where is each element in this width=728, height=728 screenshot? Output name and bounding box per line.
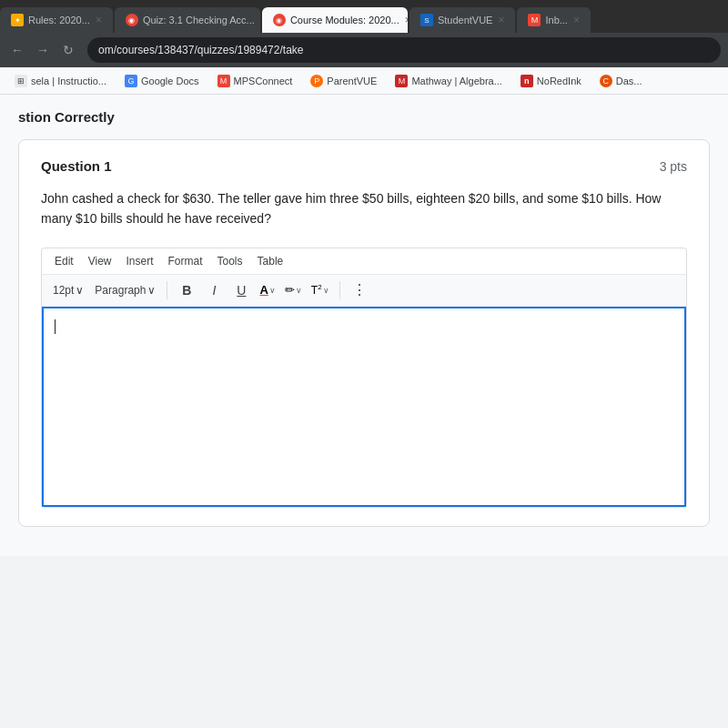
- rich-text-editor: Edit View Insert Format Tools Table 12pt…: [41, 248, 687, 508]
- bookmark-parentvue-icon: P: [310, 75, 323, 87]
- italic-button[interactable]: I: [202, 278, 226, 302]
- bookmark-mathway-icon: M: [395, 75, 408, 87]
- bookmark-mps-label: MPSConnect: [234, 76, 293, 86]
- address-text: om/courses/138437/quizzes/1989472/take: [98, 44, 304, 56]
- font-size-arrow: ∨: [76, 284, 84, 297]
- question-text: John cashed a check for $630. The teller…: [41, 188, 687, 229]
- tab-bar: ✦ Rules: 2020... × ◉ Quiz: 3.1 Checking …: [0, 0, 728, 33]
- bookmark-sela-icon: ⊞: [15, 75, 27, 87]
- superscript-button[interactable]: T2 ∨: [308, 281, 332, 298]
- tab-quiz-label: Quiz: 3.1 Checking Acc...: [143, 15, 255, 25]
- tab-inbox-close[interactable]: ×: [573, 14, 580, 26]
- tab-rules-close[interactable]: ×: [96, 14, 102, 26]
- menu-format[interactable]: Format: [163, 252, 208, 270]
- bookmark-mpsconnect[interactable]: M MPSConnect: [210, 73, 300, 89]
- tab-studentvue-icon: S: [420, 14, 433, 26]
- question-title: Question 1: [41, 158, 112, 174]
- bookmark-nored-label: NoRedInk: [537, 76, 581, 86]
- bold-button[interactable]: B: [175, 278, 198, 302]
- tab-rules[interactable]: ✦ Rules: 2020... ×: [0, 7, 113, 33]
- bookmark-parentvue-label: ParentVUE: [327, 76, 377, 86]
- bookmark-nored-icon: n: [521, 75, 533, 87]
- menu-edit[interactable]: Edit: [49, 252, 79, 270]
- font-color-button[interactable]: A ∨: [257, 281, 278, 298]
- back-button[interactable]: ←: [7, 40, 27, 60]
- bookmark-mathway-label: Mathway | Algebra...: [411, 76, 501, 86]
- tab-studentvue[interactable]: S StudentVUE ×: [410, 7, 516, 33]
- page-content: stion Correctly Question 1 3 pts John ca…: [0, 95, 728, 556]
- paragraph-arrow: ∨: [147, 284, 156, 297]
- text-cursor: [55, 319, 56, 334]
- tab-course-close[interactable]: ×: [405, 14, 408, 26]
- highlight-label: ✏: [285, 283, 295, 297]
- menu-tools[interactable]: Tools: [212, 252, 248, 270]
- more-options-button[interactable]: ⋮: [348, 278, 371, 302]
- highlight-button[interactable]: ✏ ∨: [282, 281, 305, 298]
- superscript-arrow: ∨: [323, 286, 329, 295]
- paragraph-value: Paragraph: [95, 284, 146, 297]
- toolbar-divider-2: [339, 281, 340, 299]
- tab-course[interactable]: ◉ Course Modules: 2020... ×: [262, 7, 408, 33]
- highlight-arrow: ∨: [296, 286, 302, 295]
- tab-inbox[interactable]: M Inb... ×: [517, 7, 590, 33]
- tab-studentvue-label: StudentVUE: [438, 15, 493, 25]
- tab-course-icon: ◉: [273, 14, 286, 26]
- bookmark-das-icon: C: [600, 75, 612, 87]
- underline-button[interactable]: U: [229, 278, 253, 302]
- bookmark-googledocs-icon: G: [125, 75, 137, 87]
- font-size-value: 12pt: [53, 284, 74, 297]
- bookmark-mathway[interactable]: M Mathway | Algebra...: [388, 73, 509, 89]
- superscript-label: T2: [311, 283, 322, 297]
- toolbar-divider-1: [167, 281, 167, 299]
- bookmark-mps-icon: M: [217, 75, 230, 87]
- font-color-label: A: [259, 283, 268, 297]
- rte-body[interactable]: [42, 307, 686, 507]
- question-points: 3 pts: [660, 159, 687, 174]
- bookmark-google-docs[interactable]: G Google Docs: [117, 73, 207, 89]
- forward-button[interactable]: →: [33, 40, 53, 60]
- rte-toolbar: 12pt ∨ Paragraph ∨ B I U A ∨ ✏ ∨: [42, 275, 686, 307]
- bookmark-das-label: Das...: [616, 76, 642, 86]
- tab-inbox-icon: M: [528, 14, 541, 26]
- bookmark-sela-label: sela | Instructio...: [31, 76, 106, 86]
- bookmark-googledocs-label: Google Docs: [141, 76, 199, 86]
- nav-buttons: ← → ↻: [7, 40, 78, 60]
- tab-rules-label: Rules: 2020...: [28, 15, 90, 25]
- tab-rules-icon: ✦: [11, 14, 24, 26]
- bookmark-das[interactable]: C Das...: [592, 73, 650, 89]
- font-size-select[interactable]: 12pt ∨: [49, 282, 87, 298]
- reload-button[interactable]: ↻: [58, 40, 78, 60]
- page-header: stion Correctly: [18, 109, 710, 125]
- tab-quiz-icon: ◉: [126, 14, 138, 26]
- tab-studentvue-close[interactable]: ×: [498, 14, 504, 26]
- rte-menubar: Edit View Insert Format Tools Table: [42, 248, 686, 275]
- bookmarks-bar: ⊞ sela | Instructio... G Google Docs M M…: [0, 67, 728, 95]
- tab-quiz[interactable]: ◉ Quiz: 3.1 Checking Acc... ×: [115, 7, 260, 33]
- browser-chrome: ✦ Rules: 2020... × ◉ Quiz: 3.1 Checking …: [0, 0, 728, 95]
- question-card: Question 1 3 pts John cashed a check for…: [18, 139, 710, 527]
- address-bar[interactable]: om/courses/138437/quizzes/1989472/take: [87, 37, 721, 63]
- menu-view[interactable]: View: [83, 252, 117, 270]
- font-color-arrow: ∨: [269, 286, 276, 295]
- menu-insert[interactable]: Insert: [120, 252, 158, 270]
- question-header: Question 1 3 pts: [41, 158, 687, 174]
- menu-table[interactable]: Table: [252, 252, 289, 270]
- address-bar-row: ← → ↻ om/courses/138437/quizzes/1989472/…: [0, 33, 728, 67]
- bookmark-parentvue[interactable]: P ParentVUE: [303, 73, 384, 89]
- bookmark-nored[interactable]: n NoRedInk: [513, 73, 589, 89]
- tab-course-label: Course Modules: 2020...: [290, 15, 399, 25]
- tab-inbox-label: Inb...: [545, 15, 567, 25]
- bookmark-sela[interactable]: ⊞ sela | Instructio...: [7, 73, 114, 89]
- paragraph-select[interactable]: Paragraph ∨: [91, 282, 159, 298]
